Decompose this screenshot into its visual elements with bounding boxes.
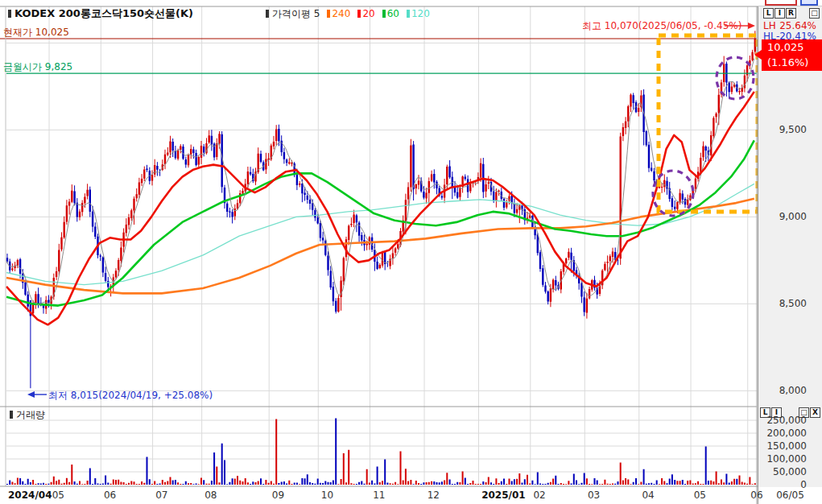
volume-axis-label: 250,000 bbox=[758, 415, 807, 426]
chart-title: KODEX 200롱코스닥150숏선물(K) bbox=[8, 6, 193, 21]
x-axis-month-label: 10 bbox=[321, 490, 333, 501]
low-arrow-head-icon bbox=[27, 391, 35, 398]
volume-axis-label: 100,000 bbox=[758, 453, 807, 465]
candlestick-chart-canvas[interactable] bbox=[0, 0, 822, 504]
x-axis-month-label: 09 bbox=[272, 490, 284, 501]
low-annotation: 최저 8,015(2024/04/19, +25.08%) bbox=[48, 389, 213, 403]
ma20-line bbox=[6, 92, 754, 324]
ma-legend-item: 60 bbox=[382, 8, 399, 19]
price-axis-label: 8,500 bbox=[758, 298, 807, 309]
ma-color-swatch-icon bbox=[382, 10, 386, 18]
title-bullet-icon bbox=[8, 10, 11, 18]
ma-color-swatch-icon bbox=[327, 10, 330, 18]
ma240-line bbox=[6, 199, 754, 294]
ma-legend-item: 120 bbox=[407, 8, 430, 19]
volume-axis-label: 0 bbox=[758, 479, 807, 490]
price-panel-i-button[interactable]: I bbox=[774, 8, 785, 19]
volume-axis-label: 200,000 bbox=[758, 428, 807, 439]
x-axis-month-label: 05 bbox=[52, 490, 64, 501]
ma-legend-item: 20 bbox=[357, 8, 374, 19]
badge-price: 10,025 bbox=[767, 39, 822, 55]
clipped-toolbar-blue-icon[interactable] bbox=[800, 0, 818, 6]
volume-bullet-icon bbox=[10, 411, 13, 419]
maximize-icon[interactable]: □ bbox=[809, 8, 820, 19]
volume-axis-label: 50,000 bbox=[758, 466, 807, 477]
x-axis-month-label: 04 bbox=[642, 490, 654, 501]
volume-label: 거래량 bbox=[10, 408, 45, 422]
x-axis-month-label: 06 bbox=[750, 490, 762, 501]
close-icon[interactable]: X bbox=[810, 407, 820, 418]
legend-bullet-icon bbox=[266, 10, 269, 18]
current-price-note: 현재가 10,025 bbox=[3, 26, 69, 39]
price-axis-label: 9,500 bbox=[758, 124, 807, 135]
x-axis-month-label: 08 bbox=[204, 490, 217, 501]
x-axis-month-label: 2024/04 bbox=[8, 490, 52, 501]
ma-color-swatch-icon bbox=[357, 10, 361, 18]
x-axis-month-label: 07 bbox=[155, 490, 167, 501]
x-axis-month-label: 12 bbox=[428, 490, 440, 501]
lh-readout: LH25.64% bbox=[763, 20, 816, 31]
ma-legend-item: 5 bbox=[314, 8, 320, 19]
volume-bars-down bbox=[7, 418, 737, 485]
ma-legend: 가격이평 52402060120 bbox=[266, 7, 437, 21]
high-arrow-head-icon bbox=[748, 23, 755, 29]
ma60-line bbox=[6, 140, 754, 305]
highlight-rect-annotation bbox=[659, 35, 758, 212]
clipped-toolbar-red-icon[interactable] bbox=[765, 0, 797, 6]
ma-legend-label: 가격이평 bbox=[272, 8, 311, 19]
ma-legend-item: 240 bbox=[327, 8, 350, 19]
candle-bodies-up bbox=[12, 39, 754, 313]
x-axis-month-label: 02 bbox=[533, 490, 545, 501]
x-axis-month-label: 03 bbox=[588, 490, 600, 501]
price-axis-label: 8,000 bbox=[758, 385, 807, 396]
badge-percent: (1.16%) bbox=[767, 55, 822, 70]
x-axis-month-label: 11 bbox=[373, 490, 385, 501]
high-annotation: 최고 10,070(2025/06/05, -0.45%) bbox=[582, 19, 741, 33]
price-panel-r-button[interactable]: R bbox=[786, 8, 796, 19]
x-axis-month-label: 06 bbox=[104, 490, 116, 501]
price-axis-label: 9,000 bbox=[758, 211, 807, 222]
current-price-badge: 10,025 (1.16%) bbox=[762, 39, 822, 71]
volume-axis-label: 150,000 bbox=[758, 440, 807, 452]
month-open-note: 금월시가 9,825 bbox=[3, 60, 72, 74]
x-axis-month-label: 05 bbox=[694, 490, 706, 501]
price-panel-l-button[interactable]: L bbox=[763, 8, 774, 19]
ma-color-swatch-icon bbox=[407, 10, 410, 18]
x-axis-month-label: 2025/01 bbox=[481, 490, 525, 501]
trading-chart-window: KODEX 200롱코스닥150숏선물(K) 가격이평 52402060120 … bbox=[0, 0, 822, 504]
